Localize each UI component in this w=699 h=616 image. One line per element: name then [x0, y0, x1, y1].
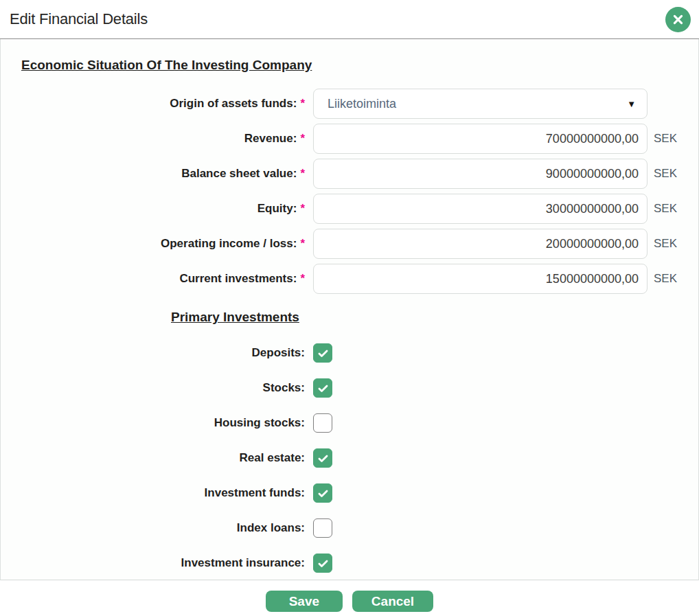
checkmark-icon	[317, 452, 330, 465]
currency-unit: SEK	[654, 272, 677, 286]
checkmark-icon	[317, 487, 330, 500]
section-heading: Economic Situation Of The Investing Comp…	[21, 57, 698, 73]
edit-financial-details-dialog: Edit Financial Details Economic Situatio…	[0, 0, 699, 612]
checkmark-icon	[317, 557, 330, 570]
cancel-button[interactable]: Cancel	[352, 591, 433, 612]
checkmark-icon	[317, 382, 330, 395]
housing-stocks-checkbox[interactable]	[313, 413, 332, 433]
checkbox-row-index-loans: Index loans:	[1, 518, 698, 538]
currency-unit: SEK	[654, 237, 677, 251]
field-label: Operating income / loss:*	[1, 237, 305, 251]
index-loans-checkbox[interactable]	[313, 518, 332, 538]
checkmark-icon	[317, 347, 330, 360]
required-asterisk: *	[300, 132, 305, 145]
operating-income-loss-input[interactable]	[313, 229, 648, 259]
field-row-origin-of-assets-funds: Origin of assets funds:* Liiketoiminta ▼	[1, 89, 698, 119]
field-label: Current investments:*	[1, 272, 305, 286]
currency-unit: SEK	[654, 167, 677, 181]
checkbox-label: Stocks:	[1, 381, 305, 395]
checkbox-label: Deposits:	[1, 346, 305, 360]
currency-unit: SEK	[654, 132, 677, 146]
required-asterisk: *	[300, 97, 305, 110]
currency-unit: SEK	[654, 202, 677, 216]
select-value: Liiketoiminta	[328, 97, 396, 111]
dialog-footer: Save Cancel	[0, 580, 699, 612]
balance-sheet-value-input[interactable]	[313, 159, 648, 189]
field-label: Equity:*	[1, 202, 305, 216]
checkbox-row-housing-stocks: Housing stocks:	[1, 413, 698, 433]
field-row-operating-income-loss: Operating income / loss:* SEK	[1, 229, 698, 259]
investment-insurance-checkbox[interactable]	[313, 554, 332, 573]
investment-funds-checkbox[interactable]	[313, 483, 332, 503]
checkbox-row-investment-insurance: Investment insurance:	[1, 554, 698, 573]
origin-of-assets-funds-select[interactable]: Liiketoiminta ▼	[313, 89, 648, 119]
required-asterisk: *	[300, 272, 305, 285]
checkbox-label: Real estate:	[1, 451, 305, 465]
field-row-equity: Equity:* SEK	[1, 194, 698, 224]
real-estate-checkbox[interactable]	[313, 448, 332, 468]
field-row-revenue: Revenue:* SEK	[1, 124, 698, 154]
checkbox-row-stocks: Stocks:	[1, 378, 698, 398]
checkbox-row-real-estate: Real estate:	[1, 448, 698, 468]
checkbox-label: Investment insurance:	[1, 556, 305, 570]
field-row-current-investments: Current investments:* SEK	[1, 264, 698, 294]
checkbox-label: Housing stocks:	[1, 416, 305, 430]
field-label: Balance sheet value:*	[1, 167, 305, 181]
checkbox-row-investment-funds: Investment funds:	[1, 483, 698, 503]
stocks-checkbox[interactable]	[313, 378, 332, 398]
checkbox-row-deposits: Deposits:	[1, 343, 698, 363]
page-title: Edit Financial Details	[10, 10, 148, 28]
required-asterisk: *	[300, 237, 305, 250]
field-label: Origin of assets funds:*	[1, 97, 305, 111]
revenue-input[interactable]	[313, 124, 648, 154]
equity-input[interactable]	[313, 194, 648, 224]
field-label: Revenue:*	[1, 132, 305, 146]
close-icon	[671, 12, 685, 27]
save-button[interactable]: Save	[266, 591, 343, 612]
field-row-balance-sheet-value: Balance sheet value:* SEK	[1, 159, 698, 189]
required-asterisk: *	[300, 202, 305, 215]
close-button[interactable]	[665, 7, 691, 32]
required-asterisk: *	[300, 167, 305, 180]
dialog-body: Economic Situation Of The Investing Comp…	[0, 39, 699, 580]
current-investments-input[interactable]	[313, 264, 648, 294]
deposits-checkbox[interactable]	[313, 343, 332, 363]
dropdown-arrow-icon: ▼	[627, 99, 636, 109]
dialog-header: Edit Financial Details	[0, 0, 699, 39]
subsection-heading: Primary Investments	[171, 309, 698, 326]
checkbox-label: Index loans:	[1, 521, 305, 535]
checkbox-label: Investment funds:	[1, 486, 305, 500]
